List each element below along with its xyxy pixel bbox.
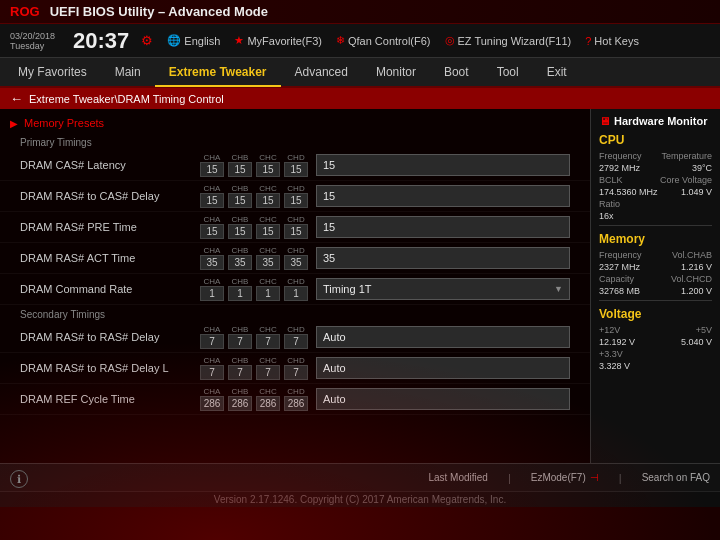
mem-cap-row-labels: Capacity Vol.CHCD	[599, 274, 712, 284]
hardware-monitor-panel: 🖥 Hardware Monitor CPU Frequency Tempera…	[590, 109, 720, 463]
ch-cha-5: CHA7	[200, 325, 224, 349]
nav-main[interactable]: Main	[101, 57, 155, 87]
mem-freq-label: Frequency	[599, 250, 642, 260]
bios-title: UEFI BIOS Utility – Advanced Mode	[50, 4, 268, 19]
ch-chc-6: CHC7	[256, 356, 280, 380]
ch-cha-7: CHA286	[200, 387, 224, 411]
ch-chb-6: CHB7	[228, 356, 252, 380]
dram-ras-ras-delay-l-row: DRAM RAS# to RAS# Delay L CHA7 CHB7 CHC7…	[0, 353, 590, 384]
my-favorites-label: MyFavorite(F3)	[247, 35, 322, 47]
dram-ras-cas-delay-value[interactable]: 15	[316, 185, 570, 207]
language-item[interactable]: 🌐 English	[167, 34, 220, 47]
breadcrumb: ← Extreme Tweaker\DRAM Timing Control	[0, 88, 720, 109]
ez-mode-label: EzMode(F7)	[531, 472, 586, 483]
ch-cha-2: CHA15	[200, 215, 224, 239]
ch-chb-7: CHB286	[228, 387, 252, 411]
ch-chd-2: CHD15	[284, 215, 308, 239]
ch-chd-5: CHD7	[284, 325, 308, 349]
ch-chd-6: CHD7	[284, 356, 308, 380]
dram-ras-pre-channels: CHA15 CHB15 CHC15 CHD15	[200, 215, 308, 239]
voltage-section-title: Voltage	[599, 307, 712, 321]
dram-ras-ras-delay-value[interactable]: Auto	[316, 326, 570, 348]
cpu-temp-value: 39°C	[692, 163, 712, 173]
dram-command-rate-channels: CHA1 CHB1 CHC1 CHD1	[200, 277, 308, 301]
ch-cha-4: CHA1	[200, 277, 224, 301]
bclk-value: 174.5360 MHz	[599, 187, 658, 197]
dram-ras-act-label: DRAM RAS# ACT Time	[20, 252, 200, 264]
mem-freq-row-labels: Frequency Vol.CHAB	[599, 250, 712, 260]
ch-chc-1: CHC15	[256, 184, 280, 208]
ch-cha-3: CHA35	[200, 246, 224, 270]
nav-tool[interactable]: Tool	[483, 57, 533, 87]
dram-ras-cas-channels: CHA15 CHB15 CHC15 CHD15	[200, 184, 308, 208]
ez-tuning-item[interactable]: ◎ EZ Tuning Wizard(F11)	[445, 34, 572, 47]
ch-chd-0: CHD15	[284, 153, 308, 177]
ch-cha-0: CHA15	[200, 153, 224, 177]
ratio-val-row: 16x	[599, 211, 712, 221]
secondary-timings-label: Secondary Timings	[0, 305, 590, 322]
dram-ras-ras-delay-l-value[interactable]: Auto	[316, 357, 570, 379]
hot-keys-item[interactable]: ? Hot Keys	[585, 35, 639, 47]
ch-chd-4: CHD1	[284, 277, 308, 301]
core-voltage-value: 1.049 V	[681, 187, 712, 197]
dram-ras-ras-channels: CHA7 CHB7 CHC7 CHD7	[200, 325, 308, 349]
dram-cas-latency-value[interactable]: 15	[316, 154, 570, 176]
capacity-label: Capacity	[599, 274, 634, 284]
v12-value: 12.192 V	[599, 337, 635, 347]
nav-exit[interactable]: Exit	[533, 57, 581, 87]
dram-ras-ras-l-channels: CHA7 CHB7 CHC7 CHD7	[200, 356, 308, 380]
qfan-item[interactable]: ❄ Qfan Control(F6)	[336, 34, 431, 47]
dram-ras-ras-delay-row: DRAM RAS# to RAS# Delay CHA7 CHB7 CHC7 C…	[0, 322, 590, 353]
back-arrow-icon[interactable]: ←	[10, 91, 23, 106]
dram-ras-pre-value[interactable]: 15	[316, 216, 570, 238]
dram-ref-cycle-value[interactable]: Auto	[316, 388, 570, 410]
nav-monitor[interactable]: Monitor	[362, 57, 430, 87]
hw-monitor-title: 🖥 Hardware Monitor	[599, 115, 712, 127]
dram-cas-latency-row: DRAM CAS# Latency CHA15 CHB15 CHC15 CHD1…	[0, 150, 590, 181]
cpu-freq-val-row: 2792 MHz 39°C	[599, 163, 712, 173]
nav-boot[interactable]: Boot	[430, 57, 483, 87]
v33-value: 3.328 V	[599, 361, 630, 371]
bclk-row-vals: 174.5360 MHz 1.049 V	[599, 187, 712, 197]
vol-chcd-value: 1.200 V	[681, 286, 712, 296]
ch-chd-7: CHD286	[284, 387, 308, 411]
ch-cha-6: CHA7	[200, 356, 224, 380]
left-content: ▶ Memory Presets Primary Timings DRAM CA…	[0, 109, 590, 463]
ch-chb-0: CHB15	[228, 153, 252, 177]
dram-ras-ras-delay-l-label: DRAM RAS# to RAS# Delay L	[20, 362, 200, 374]
language-icon: 🌐	[167, 34, 181, 47]
day: Tuesday	[10, 41, 55, 51]
dram-ras-act-value[interactable]: 35	[316, 247, 570, 269]
last-modified-item: Last Modified	[428, 472, 487, 483]
mem-freq-value: 2327 MHz	[599, 262, 640, 272]
v5-value: 5.040 V	[681, 337, 712, 347]
my-favorites-item[interactable]: ★ MyFavorite(F3)	[234, 34, 322, 47]
core-voltage-label: Core Voltage	[660, 175, 712, 185]
nav-advanced[interactable]: Advanced	[281, 57, 362, 87]
time-display: 20:37	[73, 30, 129, 52]
nav-my-favorites[interactable]: My Favorites	[4, 57, 101, 87]
dram-ras-ras-delay-label: DRAM RAS# to RAS# Delay	[20, 331, 200, 343]
dram-command-rate-row: DRAM Command Rate CHA1 CHB1 CHC1 CHD1 Ti…	[0, 274, 590, 305]
info-button[interactable]: ℹ	[10, 470, 28, 488]
mem-cap-row-vals: 32768 MB 1.200 V	[599, 286, 712, 296]
dram-ref-cycle-row: DRAM REF Cycle Time CHA286 CHB286 CHC286…	[0, 384, 590, 415]
memory-presets-section[interactable]: ▶ Memory Presets	[0, 113, 590, 133]
ez-mode-icon: ⊣	[590, 472, 599, 483]
datetime: 03/20/2018 Tuesday	[10, 31, 55, 51]
nav-extreme-tweaker[interactable]: Extreme Tweaker	[155, 57, 281, 87]
search-faq-item[interactable]: Search on FAQ	[642, 472, 710, 483]
monitor-icon: 🖥	[599, 115, 610, 127]
divider-2	[599, 300, 712, 301]
favorites-icon: ★	[234, 34, 244, 47]
ch-chd-3: CHD35	[284, 246, 308, 270]
dram-command-rate-label: DRAM Command Rate	[20, 283, 200, 295]
cpu-freq-label: Frequency	[599, 151, 642, 161]
ch-chc-7: CHC286	[256, 387, 280, 411]
dram-ras-act-row: DRAM RAS# ACT Time CHA35 CHB35 CHC35 CHD…	[0, 243, 590, 274]
ez-mode-item[interactable]: EzMode(F7) ⊣	[531, 472, 599, 483]
title-bar: ROG UEFI BIOS Utility – Advanced Mode	[0, 0, 720, 24]
dram-command-rate-value[interactable]: Timing 1T	[316, 278, 570, 300]
ch-chc-3: CHC35	[256, 246, 280, 270]
fan-icon: ❄	[336, 34, 345, 47]
